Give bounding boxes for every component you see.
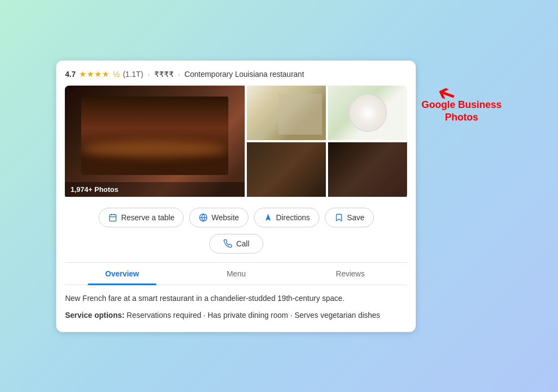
rating-row: 4.7 ★★★★½ (1.1T) · ₹₹₹₹ · Contemporary L… bbox=[65, 69, 407, 79]
photo-dining-room[interactable] bbox=[247, 86, 326, 140]
tab-reviews-label: Reviews bbox=[336, 269, 365, 278]
call-button[interactable]: Call bbox=[209, 234, 263, 254]
call-row: Call bbox=[65, 234, 407, 254]
globe-icon bbox=[198, 213, 208, 222]
half-star-icon: ½ bbox=[113, 69, 120, 79]
bookmark-icon bbox=[334, 213, 344, 222]
review-count: (1.1T) bbox=[123, 70, 143, 79]
dot-separator-2: · bbox=[178, 70, 180, 79]
business-card: 4.7 ★★★★½ (1.1T) · ₹₹₹₹ · Contemporary L… bbox=[56, 61, 416, 332]
business-description: New French fare at a smart restaurant in… bbox=[65, 293, 407, 304]
photo-main[interactable]: 1,974+ Photos bbox=[65, 86, 245, 197]
save-button[interactable]: Save bbox=[325, 208, 374, 227]
service-options-text: Reservations required · Has private dini… bbox=[126, 311, 380, 319]
price-level: ₹₹₹₹ bbox=[154, 70, 174, 79]
annotation-text: Google BusinessPhotos bbox=[421, 99, 501, 124]
plate-image bbox=[349, 94, 387, 132]
website-button[interactable]: Website bbox=[189, 208, 248, 227]
svg-rect-0 bbox=[110, 214, 116, 221]
website-label: Website bbox=[211, 213, 239, 222]
photo-food-dish[interactable] bbox=[328, 86, 407, 140]
tab-reviews[interactable]: Reviews bbox=[293, 263, 407, 285]
svg-marker-6 bbox=[265, 214, 270, 221]
annotation-area: ➔ Google BusinessPhotos bbox=[421, 82, 501, 124]
tab-overview-label: Overview bbox=[105, 269, 139, 278]
service-options-label: Service options: bbox=[65, 311, 124, 319]
star-icons: ★★★★ bbox=[79, 69, 110, 79]
dot-separator-1: · bbox=[148, 70, 150, 79]
photo-main-image bbox=[65, 86, 245, 197]
tab-overview[interactable]: Overview bbox=[65, 263, 179, 285]
save-label: Save bbox=[347, 213, 365, 222]
photo-grid[interactable]: 1,974+ Photos bbox=[65, 86, 407, 199]
tab-menu-label: Menu bbox=[227, 269, 246, 278]
photo-interior-2[interactable] bbox=[247, 142, 326, 197]
action-buttons-row: Reserve a table Website Directions Save bbox=[65, 208, 407, 227]
service-options: Service options: Reservations required ·… bbox=[65, 310, 407, 321]
calendar-icon bbox=[108, 213, 118, 222]
directions-label: Directions bbox=[276, 213, 310, 222]
rating-score: 4.7 bbox=[65, 70, 75, 79]
photo-count-label: 1,974+ Photos bbox=[65, 182, 245, 197]
navigate-icon bbox=[263, 213, 273, 222]
reserve-button[interactable]: Reserve a table bbox=[99, 208, 184, 227]
reserve-label: Reserve a table bbox=[121, 213, 174, 222]
business-category: Contemporary Louisiana restaurant bbox=[185, 70, 304, 79]
call-label: Call bbox=[236, 239, 249, 248]
directions-button[interactable]: Directions bbox=[254, 208, 319, 227]
tab-menu[interactable]: Menu bbox=[179, 263, 293, 285]
photo-food-2[interactable] bbox=[328, 142, 407, 197]
phone-icon bbox=[223, 239, 233, 249]
tabs-row: Overview Menu Reviews bbox=[65, 263, 407, 285]
